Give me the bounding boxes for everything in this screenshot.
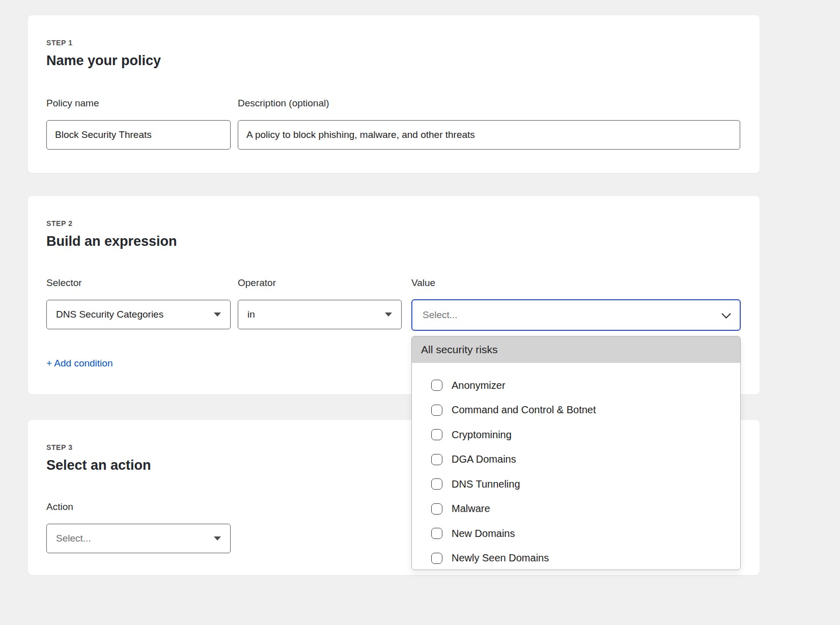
caret-down-icon	[214, 312, 221, 317]
dropdown-option-dga-domains[interactable]: DGA Domains	[412, 447, 740, 472]
action-label: Action	[46, 501, 73, 513]
step2-label: STEP 2	[46, 219, 73, 228]
option-label: Cryptomining	[452, 429, 512, 441]
checkbox-icon[interactable]	[431, 380, 442, 391]
step3-label: STEP 3	[46, 443, 73, 451]
selector-label: Selector	[46, 277, 82, 289]
dropdown-option-newly-seen-domains[interactable]: Newly Seen Domains	[412, 546, 740, 571]
option-label: DGA Domains	[452, 453, 516, 465]
option-label: DNS Tunneling	[452, 478, 520, 490]
chevron-down-icon	[721, 309, 731, 318]
operator-label: Operator	[238, 277, 276, 289]
checkbox-icon[interactable]	[431, 405, 442, 416]
checkbox-icon[interactable]	[431, 528, 442, 539]
dropdown-option-command-and-control[interactable]: Command and Control & Botnet	[412, 398, 740, 423]
step1-title: Name your policy	[46, 53, 161, 69]
step3-title: Select an action	[46, 458, 151, 473]
add-condition-link[interactable]: + Add condition	[46, 358, 113, 369]
checkbox-icon[interactable]	[431, 454, 442, 465]
option-label: New Domains	[452, 528, 515, 539]
policy-name-input[interactable]	[46, 120, 231, 150]
description-input[interactable]	[238, 120, 740, 150]
dropdown-group-header: All security risks	[412, 336, 740, 363]
dropdown-option-new-domains[interactable]: New Domains	[412, 521, 740, 546]
operator-dropdown[interactable]: in	[238, 300, 402, 329]
action-dropdown[interactable]: Select...	[46, 524, 231, 553]
caret-down-icon	[385, 312, 392, 317]
dropdown-option-list: Anonymizer Command and Control & Botnet …	[412, 363, 740, 570]
option-label: Command and Control & Botnet	[452, 404, 596, 416]
option-label: Anonymizer	[452, 380, 506, 391]
value-placeholder: Select...	[423, 309, 458, 321]
caret-down-icon	[214, 536, 221, 541]
step2-title: Build an expression	[46, 234, 177, 249]
value-dropdown[interactable]: Select...	[411, 299, 741, 331]
value-dropdown-panel: All security risks Anonymizer Command an…	[411, 336, 741, 570]
policy-name-label: Policy name	[46, 98, 99, 109]
selector-value: DNS Security Categories	[56, 309, 163, 320]
action-placeholder: Select...	[56, 533, 91, 544]
policy-builder-page: STEP 1 Name your policy Policy name Desc…	[0, 0, 840, 625]
step1-card: STEP 1 Name your policy Policy name Desc…	[28, 15, 760, 173]
dropdown-option-cryptomining[interactable]: Cryptomining	[412, 422, 740, 447]
dropdown-option-dns-tunneling[interactable]: DNS Tunneling	[412, 472, 740, 497]
dropdown-option-malware[interactable]: Malware	[412, 497, 740, 522]
operator-value: in	[247, 309, 255, 320]
checkbox-icon[interactable]	[431, 429, 442, 440]
checkbox-icon[interactable]	[431, 478, 442, 490]
step1-label: STEP 1	[46, 39, 73, 47]
option-label: Newly Seen Domains	[452, 552, 549, 564]
description-label: Description (optional)	[238, 98, 329, 109]
value-label: Value	[411, 277, 435, 289]
checkbox-icon[interactable]	[431, 503, 442, 515]
option-label: Malware	[452, 503, 490, 515]
checkbox-icon[interactable]	[431, 553, 442, 564]
selector-dropdown[interactable]: DNS Security Categories	[46, 300, 231, 329]
dropdown-option-anonymizer[interactable]: Anonymizer	[412, 373, 740, 398]
